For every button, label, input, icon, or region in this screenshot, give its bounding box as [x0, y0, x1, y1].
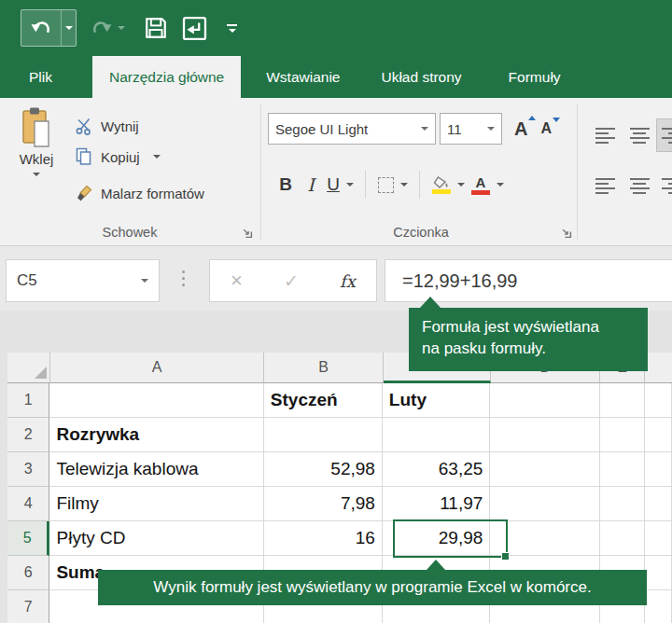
copy-button[interactable]: Kopiuj — [75, 144, 161, 170]
name-box-dropdown-icon[interactable] — [141, 279, 148, 283]
cell-a5[interactable]: Płyty CD — [49, 521, 263, 556]
select-all-button[interactable] — [7, 353, 50, 383]
align-left-icon — [595, 178, 615, 194]
cell-f3[interactable] — [645, 452, 672, 487]
undo-dropdown[interactable] — [61, 10, 76, 46]
row-2: 2 Rozrywka — [7, 418, 672, 452]
align-left-button[interactable] — [590, 169, 620, 202]
undo-button[interactable] — [21, 9, 77, 47]
cell-e3[interactable] — [600, 452, 645, 487]
fill-color-button[interactable] — [432, 176, 451, 194]
cell-a1[interactable] — [49, 383, 263, 418]
column-header-f[interactable] — [645, 353, 672, 383]
grow-font-icon — [528, 116, 536, 120]
font-group-label: Czcionka — [265, 225, 577, 240]
cell-d4[interactable] — [490, 487, 599, 521]
ribbon: Wklej Wytnij Kopiuj — [0, 98, 672, 246]
paste-label: Wklej — [20, 151, 54, 167]
insert-function-icon[interactable]: fx — [340, 271, 356, 291]
cell-e4[interactable] — [600, 487, 645, 521]
name-box[interactable]: C5 — [6, 259, 160, 302]
cell-a2[interactable]: Rozrywka — [49, 418, 263, 452]
row-header-4[interactable]: 4 — [7, 487, 49, 521]
cell-b5[interactable]: 16 — [264, 521, 383, 556]
cell-c3[interactable]: 63,25 — [383, 452, 490, 487]
row-header-1[interactable]: 1 — [7, 383, 49, 418]
formula-bar-callout-text-line2: na pasku formuły. — [422, 339, 546, 357]
align-top-button[interactable] — [590, 118, 620, 152]
paste-dropdown-icon[interactable] — [33, 173, 40, 176]
borders-button[interactable] — [374, 177, 398, 193]
column-header-a[interactable]: A — [50, 353, 265, 383]
cell-b3[interactable]: 52,98 — [264, 452, 383, 487]
cell-f4[interactable] — [645, 487, 672, 521]
cell-d3[interactable] — [490, 452, 599, 487]
cell-f7[interactable] — [645, 590, 672, 623]
clipboard-icon — [20, 105, 53, 149]
fill-handle[interactable] — [501, 552, 510, 561]
font-color-dropdown-icon[interactable] — [497, 183, 504, 187]
cell-f2[interactable] — [645, 418, 672, 452]
row-header-3[interactable]: 3 — [7, 452, 49, 487]
cell-d2[interactable] — [490, 418, 599, 452]
font-format-buttons: B I U A — [273, 167, 507, 202]
bold-button[interactable]: B — [273, 174, 299, 195]
shrink-font-button[interactable]: A — [540, 120, 552, 137]
row-header-6[interactable]: 6 — [7, 556, 49, 590]
cell-c1[interactable]: Luty — [383, 383, 490, 418]
cell-c4[interactable]: 11,97 — [383, 487, 490, 521]
row-header-7[interactable]: 7 — [7, 590, 49, 623]
tab-wstawianie[interactable]: Wstawianie — [250, 56, 356, 98]
clipboard-dialog-launcher-icon[interactable] — [241, 227, 253, 239]
grow-font-letter: A — [514, 118, 527, 139]
align-middle-button[interactable] — [624, 118, 654, 152]
row-header-2[interactable]: 2 — [7, 418, 49, 452]
borders-dropdown-icon[interactable] — [400, 183, 408, 187]
column-header-b[interactable]: B — [264, 353, 383, 383]
cell-d5[interactable] — [490, 521, 599, 556]
cell-a3[interactable]: Telewizja kablowa — [49, 452, 263, 487]
italic-button[interactable]: I — [299, 174, 323, 195]
tab-narzedzia-glowne[interactable]: Narzędzia główne — [92, 56, 241, 98]
tab-uklad-strony[interactable]: Układ strony — [365, 56, 477, 98]
font-size-combo[interactable]: 11 — [440, 113, 502, 145]
customize-toolbar-button[interactable] — [227, 24, 237, 33]
cell-b2[interactable] — [264, 418, 383, 452]
chevron-down-icon — [421, 127, 428, 131]
copy-dropdown-icon[interactable] — [153, 155, 161, 159]
cell-e2[interactable] — [600, 418, 645, 452]
enter-icon[interactable]: ✓ — [284, 270, 299, 291]
save-button[interactable] — [144, 16, 168, 40]
paste-button[interactable]: Wklej — [9, 105, 63, 219]
cell-e5[interactable] — [600, 521, 645, 556]
format-painter-button[interactable]: Malarz formatów — [75, 180, 204, 206]
cell-c5-selected[interactable]: 29,98 — [383, 521, 490, 556]
font-name-combo[interactable]: Segoe UI Light — [268, 113, 436, 145]
cell-b4[interactable]: 7,98 — [264, 487, 383, 521]
redo-button[interactable] — [85, 10, 130, 46]
cell-e1[interactable] — [600, 383, 645, 418]
fill-color-dropdown-icon[interactable] — [457, 183, 465, 187]
tab-plik[interactable]: Plik — [7, 56, 74, 98]
underline-button[interactable]: U — [323, 174, 343, 195]
cell-f1[interactable] — [645, 383, 672, 418]
tab-formuly[interactable]: Formuły — [493, 56, 577, 98]
cell-f5[interactable] — [645, 521, 672, 556]
align-right-button[interactable] — [656, 169, 672, 202]
cell-b1[interactable]: Styczeń — [264, 383, 383, 418]
grow-font-button[interactable]: A — [514, 118, 527, 140]
switch-window-button[interactable] — [182, 16, 207, 41]
cell-f6[interactable] — [645, 556, 672, 590]
cut-button[interactable]: Wytnij — [75, 113, 139, 139]
underline-dropdown-icon[interactable] — [346, 183, 354, 187]
row-header-5[interactable]: 5 — [7, 521, 49, 556]
cell-d1[interactable] — [490, 383, 599, 418]
font-color-button[interactable]: A — [471, 175, 490, 195]
cell-a4[interactable]: Filmy — [49, 487, 263, 521]
align-center-button[interactable] — [624, 169, 654, 202]
copy-icon — [75, 147, 93, 166]
cell-c2[interactable] — [383, 418, 490, 452]
cancel-icon[interactable]: × — [231, 269, 243, 293]
font-dialog-launcher-icon[interactable] — [560, 227, 572, 239]
align-bottom-button[interactable] — [656, 118, 672, 152]
